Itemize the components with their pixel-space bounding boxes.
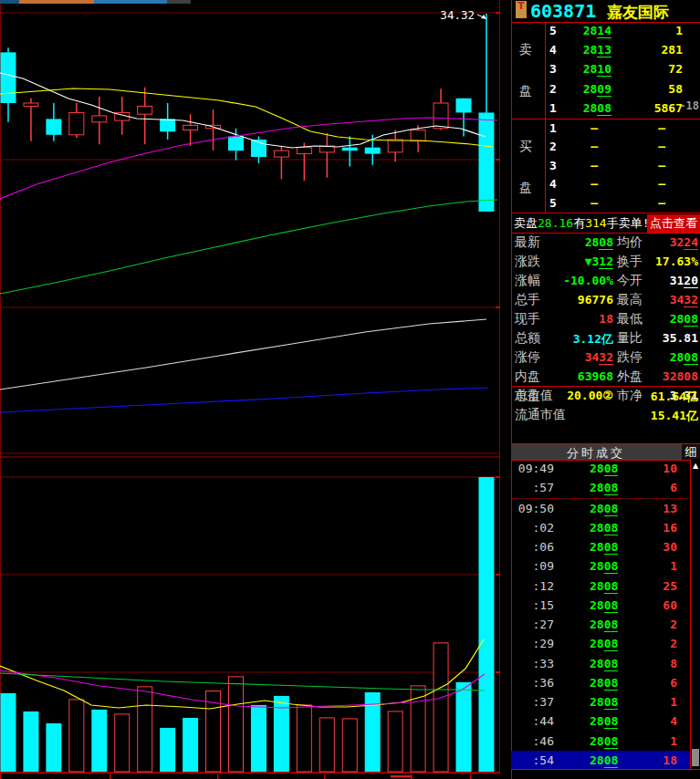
tape-row[interactable]: :12280825 bbox=[511, 576, 690, 596]
quote-value: 17.63% bbox=[655, 254, 698, 268]
volume-bar bbox=[297, 705, 311, 772]
buy-level-row[interactable]: 4—— bbox=[511, 175, 700, 194]
cap-label: 总市值 bbox=[515, 388, 553, 404]
quote-value: ▼312 bbox=[585, 254, 613, 268]
axis-tick bbox=[217, 774, 219, 779]
trade-qty: 10 bbox=[663, 462, 677, 475]
tape-row[interactable]: :2928082 bbox=[511, 634, 690, 653]
buy-level-row[interactable]: 2—— bbox=[511, 138, 700, 157]
bid-price: — bbox=[590, 140, 598, 153]
tape-row[interactable]: :54280818 bbox=[511, 751, 690, 769]
chart-left-border bbox=[0, 0, 1, 774]
tape-row[interactable]: 09:49280810 bbox=[511, 459, 690, 478]
trade-time: :36 bbox=[511, 676, 554, 690]
volume-bar bbox=[138, 687, 152, 772]
quote-value: 3.12亿 bbox=[573, 331, 613, 348]
stock-name[interactable]: 嘉友国际 bbox=[607, 2, 669, 23]
sell-level-row[interactable]: 3281072 bbox=[511, 60, 700, 79]
tape-row[interactable]: :4428084 bbox=[511, 711, 690, 731]
trade-price: 2808 bbox=[590, 579, 618, 593]
quote-label: 均价 bbox=[617, 234, 643, 251]
trade-price: 2808 bbox=[590, 540, 618, 554]
trade-qty: 4 bbox=[670, 714, 677, 728]
candle-up bbox=[274, 151, 288, 157]
ask-qty: 72 bbox=[668, 62, 683, 76]
volume-bar bbox=[46, 723, 61, 772]
stock-code[interactable]: 603871 bbox=[530, 0, 596, 22]
tape-row[interactable]: :3728081 bbox=[511, 692, 690, 711]
tape-scrollbar[interactable]: ▲ bbox=[691, 459, 700, 769]
tape-row[interactable]: :3628086 bbox=[511, 673, 690, 692]
buy-level-row[interactable]: 5—— bbox=[511, 194, 700, 213]
sell-level-row[interactable]: 528141 bbox=[511, 22, 700, 41]
level-number: 3 bbox=[549, 159, 557, 172]
buy-level-row[interactable]: 1—— bbox=[511, 119, 700, 139]
quote-label: 总额 bbox=[515, 330, 540, 347]
trade-qty: 30 bbox=[663, 540, 677, 554]
quote-row: 内盘63968外盘32808 bbox=[511, 367, 700, 386]
trade-qty: 6 bbox=[670, 676, 677, 690]
quote-label: 量比 bbox=[617, 330, 643, 347]
ask-price: 2814 bbox=[583, 24, 611, 37]
quote-label: 内盘 bbox=[515, 369, 540, 385]
candle-down bbox=[365, 148, 381, 154]
candle-down bbox=[1, 52, 16, 103]
toolbar-strip-segment bbox=[19, 0, 94, 4]
quote-label: 今开 bbox=[617, 273, 643, 289]
bid-qty: — bbox=[658, 196, 665, 210]
cap-row: 流通市值15.41亿 bbox=[511, 405, 700, 424]
tape-row[interactable]: :4628081 bbox=[511, 732, 690, 751]
trade-price: 2808 bbox=[590, 695, 618, 709]
trade-time: :29 bbox=[511, 637, 554, 650]
buy-level-row[interactable]: 3—— bbox=[511, 157, 700, 176]
sell-level-row[interactable]: 128085867-18 bbox=[511, 99, 700, 119]
quote-label: 涨停 bbox=[515, 349, 540, 366]
kline-chart[interactable]: 34.32 bbox=[0, 0, 511, 779]
trade-price: 2808 bbox=[590, 657, 618, 670]
tag-t-icon[interactable]: T bbox=[516, 1, 527, 18]
trade-time: :02 bbox=[511, 521, 554, 535]
tape-row[interactable]: :02280816 bbox=[511, 518, 690, 537]
trade-qty: 2 bbox=[670, 637, 677, 650]
scroll-up-arrow-icon[interactable]: ▲ bbox=[691, 461, 700, 472]
trade-price: 2808 bbox=[590, 559, 618, 573]
tape-row[interactable]: :3328088 bbox=[511, 654, 690, 673]
trade-qty: 8 bbox=[670, 657, 677, 670]
high-price-label: 34.32 bbox=[440, 8, 475, 22]
bid-price: — bbox=[590, 159, 598, 172]
scrollbar-thumb[interactable] bbox=[692, 749, 699, 766]
trade-price: 2808 bbox=[590, 618, 618, 631]
trading-app-window: 34.32 T 603871 嘉友国际 52814142813281328107… bbox=[0, 0, 700, 779]
tape-row[interactable]: :2728082 bbox=[511, 615, 690, 634]
candle-up bbox=[92, 116, 107, 122]
bid-price: — bbox=[590, 121, 598, 135]
quote-label: 外盘 bbox=[617, 369, 643, 385]
quote-row: 涨停3432跌停2808 bbox=[511, 348, 700, 367]
bid-price: — bbox=[590, 177, 598, 191]
level-number: 4 bbox=[549, 43, 557, 57]
trade-time: 09:50 bbox=[511, 502, 554, 515]
tape-detail-button[interactable]: 细 bbox=[681, 444, 700, 460]
trade-price: 2808 bbox=[590, 753, 618, 767]
axis-tick bbox=[324, 774, 326, 779]
quote-label: 换手 bbox=[617, 254, 643, 270]
volume-bar bbox=[478, 477, 494, 772]
trade-time: :54 bbox=[511, 753, 554, 767]
tape-row[interactable]: :06280830 bbox=[511, 537, 690, 556]
sell-level-row[interactable]: 42813281 bbox=[511, 41, 700, 60]
quote-label: 现手 bbox=[515, 311, 540, 327]
tape-row[interactable]: :0928081 bbox=[511, 556, 690, 576]
trade-time: :46 bbox=[511, 734, 554, 748]
alert-view-button[interactable]: 点击查看 bbox=[647, 214, 700, 233]
tape-row[interactable]: 09:50280813 bbox=[511, 498, 690, 518]
toolbar-strip-segment bbox=[0, 0, 19, 4]
axis-tick bbox=[470, 774, 472, 779]
trade-time: :15 bbox=[511, 598, 554, 612]
tape-row[interactable]: :5728086 bbox=[511, 478, 690, 497]
volume-bar bbox=[251, 705, 266, 772]
quote-label: 涨幅 bbox=[515, 273, 540, 289]
ask-qty: 281 bbox=[662, 43, 683, 57]
sell-level-row[interactable]: 2280958 bbox=[511, 80, 700, 99]
trade-qty: 18 bbox=[663, 753, 677, 767]
tape-row[interactable]: :15280860 bbox=[511, 596, 690, 615]
